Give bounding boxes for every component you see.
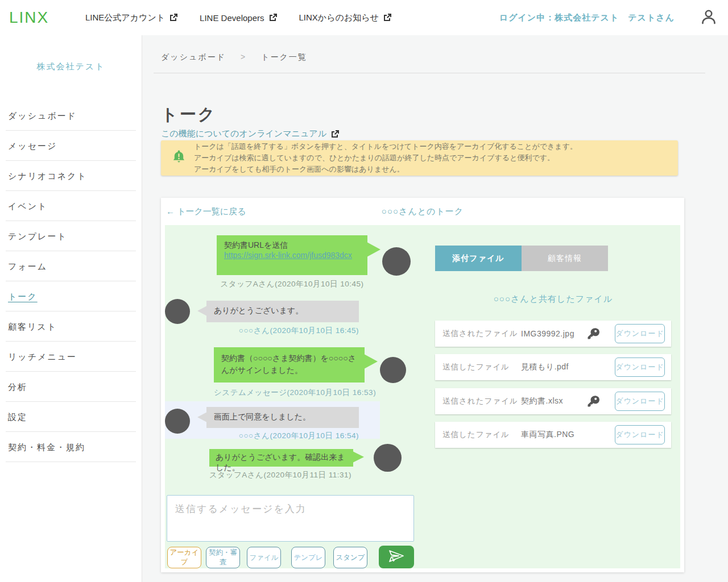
breadcrumb-separator: > bbox=[241, 52, 246, 63]
key-icon bbox=[586, 394, 600, 410]
talk-panel-header: ← トーク一覧に戻る ○○○さんとのトーク bbox=[161, 198, 684, 225]
chat-area: 契約書URLを送信 https://sign.srk-link.com/jfus… bbox=[165, 225, 680, 568]
external-link-icon bbox=[383, 13, 392, 22]
file-direction-label: 送信したファイル bbox=[442, 430, 521, 440]
message-caption: スタッフAさん(2020年10月11日 11:31) bbox=[209, 470, 369, 480]
external-link-icon bbox=[330, 130, 340, 139]
tab-customer-info[interactable]: 顧客情報 bbox=[522, 246, 608, 271]
bubble-tail bbox=[367, 242, 380, 257]
download-button[interactable]: ダウンロード bbox=[615, 425, 665, 444]
chat-message-outgoing: 契約書URLを送信 https://sign.srk-link.com/jfus… bbox=[217, 235, 367, 275]
contract-url-link[interactable]: https://sign.srk-link.com/jfusd983dcx bbox=[224, 251, 352, 260]
breadcrumb-dashboard[interactable]: ダッシュボード bbox=[161, 52, 226, 63]
message-caption: スタッフAさん(2020年10月10日 10:45) bbox=[217, 279, 367, 289]
file-name: 契約書.xlsx bbox=[521, 396, 563, 406]
chat-message-system: 契約書（○○○○さま契約書）を○○○○さんがサインしました。 bbox=[214, 347, 365, 383]
sidebar-item-scenario-connect[interactable]: シナリオコネクト bbox=[6, 161, 136, 191]
file-button[interactable]: ファイル bbox=[247, 547, 281, 568]
file-row: 送信されたファイル 契約書.xlsx ダウンロード bbox=[435, 388, 671, 414]
chat-message-outgoing: ありがとうございます。確認出来ました。 bbox=[209, 449, 353, 467]
file-row: 送信したファイル 見積もり.pdf ダウンロード bbox=[435, 354, 671, 380]
sidebar: 株式会社テスト ダッシュボード メッセージ シナリオコネクト イベント テンプレ… bbox=[0, 35, 142, 582]
external-link-icon bbox=[169, 13, 178, 22]
nav-line-developers[interactable]: LINE Developers bbox=[200, 13, 277, 23]
chat-message-incoming: 画面上で同意をしました。 bbox=[206, 407, 359, 428]
file-name: IMG39992.jpg bbox=[521, 329, 574, 338]
sidebar-item-customer-list[interactable]: 顧客リスト bbox=[6, 311, 136, 342]
sidebar-item-rich-menu[interactable]: リッチメニュー bbox=[6, 342, 136, 372]
key-icon bbox=[586, 327, 600, 343]
download-button[interactable]: ダウンロード bbox=[615, 324, 665, 343]
notice-text: トークは「話題を終了する」ボタンを押すと、タイトルをつけてトーク内容をアーカイブ… bbox=[194, 141, 577, 175]
message-caption: システムメッセージ(2020年10月10日 16:53) bbox=[214, 388, 384, 398]
page-title: トーク bbox=[161, 103, 216, 126]
breadcrumb-talk-list: トーク一覧 bbox=[261, 52, 307, 63]
login-status: ログイン中：株式会社テスト テストさん bbox=[499, 13, 675, 23]
alert-bell-icon bbox=[172, 149, 186, 167]
file-name: 見積もり.pdf bbox=[521, 362, 569, 372]
message-caption: ○○○さん(2020年10月10日 16:54) bbox=[206, 431, 359, 441]
stamp-button[interactable]: スタンプ bbox=[333, 547, 367, 568]
online-manual-link[interactable]: この機能についてのオンラインマニュアル bbox=[161, 128, 340, 139]
file-name: 車両写真.PNG bbox=[521, 430, 574, 440]
user-account-icon[interactable] bbox=[700, 7, 718, 28]
file-direction-label: 送信したファイル bbox=[442, 362, 521, 372]
breadcrumb-divider bbox=[154, 73, 705, 73]
nav-linx-news[interactable]: LINXからのお知らせ bbox=[299, 13, 392, 23]
paper-plane-icon bbox=[388, 549, 405, 566]
login-area: ログイン中：株式会社テスト テストさん bbox=[499, 7, 728, 28]
top-nav: LINE公式アカウント LINE Developers LINXからのお知らせ bbox=[85, 13, 392, 23]
bubble-tail bbox=[364, 354, 378, 369]
message-input[interactable] bbox=[167, 495, 414, 542]
chat-message-incoming: ありがとうございます。 bbox=[206, 301, 359, 322]
avatar bbox=[165, 299, 190, 324]
sidebar-item-dashboard[interactable]: ダッシュボード bbox=[6, 101, 136, 131]
nav-line-official-account[interactable]: LINE公式アカウント bbox=[85, 13, 178, 23]
sidebar-company-name: 株式会社テスト bbox=[0, 61, 142, 72]
sidebar-item-settings[interactable]: 設定 bbox=[6, 402, 136, 432]
external-link-icon bbox=[268, 13, 278, 22]
bubble-tail bbox=[353, 451, 364, 463]
contract-review-button[interactable]: 契約・審査 bbox=[206, 547, 240, 568]
file-direction-label: 送信されたファイル bbox=[442, 396, 521, 406]
sidebar-item-form[interactable]: フォーム bbox=[6, 251, 136, 281]
send-button[interactable] bbox=[379, 546, 414, 568]
avatar bbox=[382, 247, 411, 276]
sidebar-item-contract-fees-terms[interactable]: 契約・料金・規約 bbox=[6, 432, 136, 462]
bubble-tail bbox=[197, 306, 207, 316]
bubble-tail bbox=[197, 412, 207, 422]
sidebar-item-event[interactable]: イベント bbox=[6, 191, 136, 221]
sidebar-item-template[interactable]: テンプレート bbox=[6, 221, 136, 251]
talk-title: ○○○さんとのトーク bbox=[161, 206, 684, 217]
avatar bbox=[374, 444, 402, 472]
file-direction-label: 送信されたファイル bbox=[442, 329, 521, 339]
message-caption: ○○○さん(2020年10月10日 16:45) bbox=[206, 326, 359, 336]
download-button[interactable]: ダウンロード bbox=[615, 392, 665, 411]
download-button[interactable]: ダウンロード bbox=[615, 357, 665, 377]
avatar bbox=[165, 409, 190, 434]
sidebar-item-analytics[interactable]: 分析 bbox=[6, 372, 136, 402]
sidebar-item-talk[interactable]: トーク bbox=[6, 281, 136, 311]
talk-panel: ← トーク一覧に戻る ○○○さんとのトーク 契約書URLを送信 https://… bbox=[161, 198, 684, 572]
breadcrumb: ダッシュボード > トーク一覧 bbox=[161, 52, 307, 63]
files-panel-tabs: 添付ファイル 顧客情報 bbox=[435, 246, 608, 271]
main-content: ダッシュボード > トーク一覧 トーク この機能についてのオンラインマニュアル … bbox=[142, 35, 728, 582]
shared-files-title: ○○○さんと共有したファイル bbox=[435, 294, 671, 305]
file-row: 送信されたファイル IMG39992.jpg ダウンロード bbox=[435, 321, 671, 347]
sidebar-menu: ダッシュボード メッセージ シナリオコネクト イベント テンプレート フォーム … bbox=[6, 101, 136, 462]
app-header: LINX LINE公式アカウント LINE Developers LINXからの… bbox=[0, 0, 728, 35]
tab-attachments[interactable]: 添付ファイル bbox=[435, 246, 522, 271]
avatar bbox=[380, 357, 406, 383]
app-logo: LINX bbox=[9, 9, 76, 27]
template-button[interactable]: テンプレ bbox=[291, 547, 325, 568]
sidebar-item-message[interactable]: メッセージ bbox=[6, 131, 136, 161]
archive-button[interactable]: アーカイブ bbox=[167, 547, 201, 568]
file-row: 送信したファイル 車両写真.PNG ダウンロード bbox=[435, 422, 671, 448]
notice-banner: トークは「話題を終了する」ボタンを押すと、タイトルをつけてトーク内容をアーカイブ… bbox=[161, 140, 678, 176]
